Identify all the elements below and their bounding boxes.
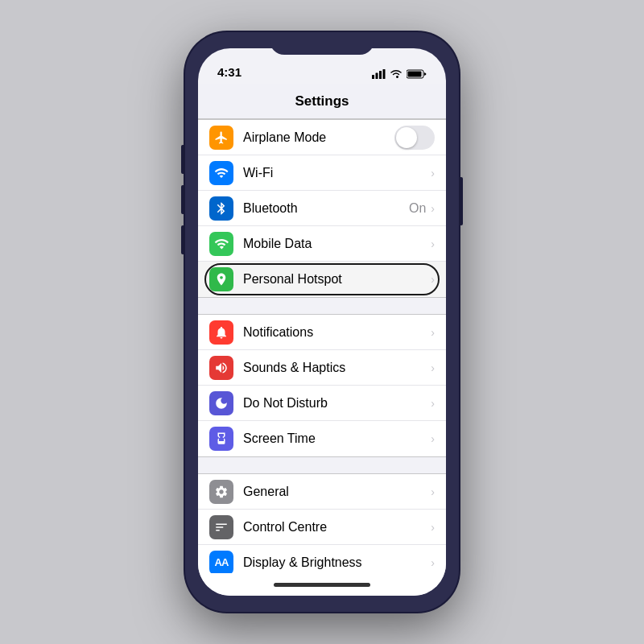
svg-rect-2 bbox=[379, 71, 382, 79]
home-indicator bbox=[198, 573, 446, 596]
section-connectivity: Airplane Mode Wi-Fi › bbox=[198, 119, 446, 298]
notch bbox=[270, 32, 374, 55]
mobile-data-chevron: › bbox=[431, 237, 435, 250]
general-chevron: › bbox=[431, 485, 435, 498]
screen-time-chevron: › bbox=[431, 432, 435, 445]
nav-title: Settings bbox=[295, 93, 349, 109]
status-time: 4:31 bbox=[217, 65, 242, 79]
svg-rect-3 bbox=[383, 69, 386, 79]
do-not-disturb-chevron: › bbox=[431, 397, 435, 410]
control-centre-label: Control Centre bbox=[243, 520, 429, 535]
hourglass-svg bbox=[214, 431, 229, 446]
phone-screen: 4:31 bbox=[198, 48, 446, 596]
moon-svg bbox=[214, 396, 229, 411]
status-icons bbox=[372, 69, 427, 79]
notifications-chevron: › bbox=[431, 326, 435, 339]
row-notifications[interactable]: Notifications › bbox=[198, 315, 446, 350]
phone-frame: 4:31 bbox=[185, 32, 459, 612]
screen-time-icon bbox=[209, 427, 233, 451]
row-display-brightness[interactable]: AA Display & Brightness › bbox=[198, 545, 446, 573]
sounds-chevron: › bbox=[431, 361, 435, 374]
signal-icon bbox=[372, 69, 386, 79]
general-icon bbox=[209, 480, 233, 504]
wifi-label: Wi-Fi bbox=[243, 166, 429, 180]
control-centre-chevron: › bbox=[431, 521, 435, 534]
aa-text: AA bbox=[215, 556, 229, 568]
do-not-disturb-icon bbox=[209, 391, 233, 415]
sounds-label: Sounds & Haptics bbox=[243, 361, 429, 375]
toggle-thumb bbox=[396, 127, 417, 148]
hotspot-icon bbox=[209, 267, 233, 291]
gear-svg bbox=[214, 485, 229, 499]
mobile-data-icon bbox=[209, 232, 233, 256]
settings-list: Airplane Mode Wi-Fi › bbox=[198, 119, 446, 573]
control-centre-icon bbox=[209, 515, 233, 539]
mobile-data-label: Mobile Data bbox=[243, 237, 429, 251]
row-screen-time[interactable]: Screen Time › bbox=[198, 421, 446, 456]
battery-icon bbox=[407, 69, 427, 79]
nav-bar: Settings bbox=[198, 84, 446, 119]
airplane-mode-label: Airplane Mode bbox=[243, 130, 394, 145]
hotspot-svg bbox=[214, 272, 229, 287]
row-control-centre[interactable]: Control Centre › bbox=[198, 510, 446, 545]
section-notifications: Notifications › Sounds & Haptics › bbox=[198, 314, 446, 457]
bluetooth-value: On bbox=[409, 201, 426, 216]
wifi-status-icon bbox=[390, 69, 402, 79]
display-brightness-icon: AA bbox=[209, 551, 233, 574]
home-bar bbox=[274, 583, 370, 587]
wifi-chevron: › bbox=[431, 167, 435, 180]
sounds-icon bbox=[209, 356, 233, 380]
bluetooth-chevron: › bbox=[431, 202, 435, 215]
bluetooth-svg bbox=[214, 201, 229, 216]
general-label: General bbox=[243, 485, 429, 499]
row-wifi[interactable]: Wi-Fi › bbox=[198, 155, 446, 191]
section-general: General › Control Centre › A bbox=[198, 473, 446, 573]
hotspot-chevron: › bbox=[431, 273, 435, 286]
bluetooth-icon bbox=[209, 196, 233, 221]
row-personal-hotspot[interactable]: Personal Hotspot › bbox=[198, 262, 446, 297]
bluetooth-label: Bluetooth bbox=[243, 201, 409, 216]
screen-time-label: Screen Time bbox=[243, 431, 429, 446]
row-general[interactable]: General › bbox=[198, 474, 446, 510]
wifi-svg bbox=[214, 166, 229, 180]
signal-svg bbox=[214, 237, 229, 251]
notifications-icon bbox=[209, 320, 233, 345]
notifications-label: Notifications bbox=[243, 325, 429, 340]
svg-rect-0 bbox=[372, 75, 374, 79]
bell-svg bbox=[214, 325, 229, 340]
svg-rect-1 bbox=[376, 73, 378, 80]
hotspot-label: Personal Hotspot bbox=[243, 272, 429, 287]
sliders-svg bbox=[214, 520, 229, 535]
display-brightness-chevron: › bbox=[431, 556, 435, 569]
do-not-disturb-label: Do Not Disturb bbox=[243, 396, 429, 411]
row-bluetooth[interactable]: Bluetooth On › bbox=[198, 191, 446, 226]
airplane-svg bbox=[214, 130, 229, 145]
row-sounds[interactable]: Sounds & Haptics › bbox=[198, 350, 446, 386]
row-do-not-disturb[interactable]: Do Not Disturb › bbox=[198, 386, 446, 421]
svg-rect-5 bbox=[408, 72, 422, 77]
wifi-icon bbox=[209, 161, 233, 185]
airplane-mode-icon bbox=[209, 126, 233, 150]
speaker-svg bbox=[214, 361, 229, 375]
airplane-mode-toggle[interactable] bbox=[394, 126, 435, 150]
row-airplane-mode[interactable]: Airplane Mode bbox=[198, 120, 446, 155]
display-brightness-label: Display & Brightness bbox=[243, 555, 429, 570]
row-mobile-data[interactable]: Mobile Data › bbox=[198, 226, 446, 262]
